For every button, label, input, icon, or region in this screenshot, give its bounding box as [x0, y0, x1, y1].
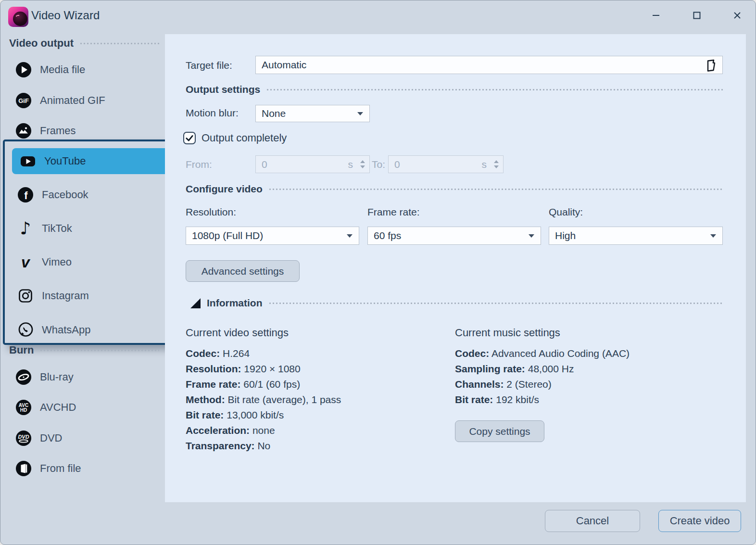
- youtube-icon: [19, 152, 37, 170]
- section-configure-video: Configure video: [186, 183, 723, 195]
- maximize-button[interactable]: [686, 4, 708, 26]
- motion-blur-dropdown[interactable]: None: [255, 105, 370, 122]
- app-logo-icon: [8, 7, 28, 27]
- sidebar-item-facebook[interactable]: f Facebook: [17, 185, 88, 204]
- spin-up-icon: [494, 160, 499, 163]
- quality-label: Quality:: [549, 205, 583, 219]
- resolution-dropdown[interactable]: 1080p (Full HD): [186, 227, 359, 245]
- dotted-divider: [267, 89, 723, 90]
- info-row: Codec: Advanced Audio Coding (AAC): [455, 346, 630, 361]
- section-video-output: Video output: [9, 37, 159, 50]
- title-bar: Video Wizard: [0, 0, 756, 34]
- motion-blur-label: Motion blur:: [186, 106, 239, 120]
- info-row: Method: Bit rate (average), 1 pass: [186, 392, 341, 407]
- sidebar-item-frames[interactable]: Frames: [15, 121, 76, 140]
- sidebar-item-avchd[interactable]: AVCHD AVCHD: [15, 398, 76, 417]
- svg-text:HD: HD: [20, 407, 27, 413]
- spinner-arrows[interactable]: [494, 156, 499, 173]
- info-row: Acceleration: none: [186, 423, 341, 438]
- spin-up-icon: [360, 160, 365, 163]
- minimize-button[interactable]: [645, 4, 667, 26]
- info-row: Codec: H.264: [186, 346, 341, 361]
- advanced-settings-button[interactable]: Advanced settings: [186, 260, 300, 282]
- info-row: Bit rate: 192 kbit/s: [455, 392, 630, 407]
- sidebar-item-youtube[interactable]: YouTube: [12, 148, 172, 174]
- from-spinbox[interactable]: 0 s: [255, 155, 370, 173]
- from-unit: s: [348, 159, 353, 170]
- collapse-triangle-icon[interactable]: [190, 298, 201, 308]
- info-row: Bit rate: 13,000 kbit/s: [186, 407, 341, 423]
- dvd-icon: DVD: [15, 430, 32, 447]
- spinner-arrows[interactable]: [360, 156, 365, 173]
- chevron-down-icon: [529, 234, 534, 238]
- window-title: Video Wizard: [31, 9, 100, 22]
- tiktok-icon: ♪: [17, 220, 34, 237]
- section-information: Information: [190, 297, 723, 309]
- play-circle-icon: [15, 61, 32, 78]
- to-spinbox[interactable]: 0 s: [388, 155, 504, 173]
- sidebar-item-bluray[interactable]: Blu-ray: [15, 368, 74, 387]
- instagram-icon: [17, 287, 34, 304]
- sidebar-item-whatsapp[interactable]: WhatsApp: [17, 320, 91, 340]
- sidebar-item-from-file[interactable]: From file: [15, 459, 81, 478]
- bluray-icon: [15, 368, 32, 386]
- gif-icon: GiF: [15, 92, 32, 109]
- to-unit: s: [482, 159, 487, 170]
- svg-text:DVD: DVD: [18, 434, 29, 440]
- music-settings-title: Current music settings: [455, 327, 560, 339]
- checkmark-icon: [185, 133, 194, 143]
- target-file-input[interactable]: Automatic: [255, 56, 723, 74]
- whatsapp-icon: [17, 321, 34, 339]
- spin-down-icon: [360, 165, 365, 168]
- to-label: To:: [372, 158, 385, 171]
- sidebar-item-dvd[interactable]: DVD DVD: [15, 429, 62, 448]
- chevron-down-icon: [357, 112, 363, 115]
- minimize-icon: [652, 11, 660, 20]
- sidebar-item-instagram[interactable]: Instagram: [17, 286, 89, 305]
- info-row: Channels: 2 (Stereo): [455, 377, 630, 392]
- info-row: Sampling rate: 48,000 Hz: [455, 361, 630, 377]
- output-completely-checkbox[interactable]: [183, 132, 196, 144]
- target-file-label: Target file:: [186, 59, 232, 72]
- sidebar-item-tiktok[interactable]: ♪ TikTok: [17, 219, 72, 238]
- browse-folder-icon[interactable]: [704, 59, 718, 72]
- maximize-icon: [693, 11, 701, 20]
- info-row: Resolution: 1920 × 1080: [186, 361, 341, 377]
- music-settings-list: Codec: Advanced Audio Coding (AAC) Sampl…: [455, 346, 630, 407]
- frames-icon: [15, 122, 32, 139]
- sidebar-item-vimeo[interactable]: v Vimeo: [17, 253, 72, 272]
- copy-settings-button[interactable]: Copy settings: [455, 420, 544, 442]
- close-icon: [733, 11, 742, 20]
- main-panel: Target file: Automatic Output settings M…: [165, 34, 746, 502]
- dotted-divider: [80, 43, 159, 44]
- facebook-icon: f: [17, 186, 34, 203]
- spin-down-icon: [494, 165, 499, 168]
- dotted-divider: [269, 189, 723, 190]
- frame-rate-label: Frame rate:: [367, 205, 420, 219]
- from-file-icon: [15, 460, 32, 477]
- sidebar-item-media-file[interactable]: Media file: [15, 60, 85, 79]
- frame-rate-dropdown[interactable]: 60 fps: [367, 227, 541, 245]
- dotted-divider: [269, 303, 723, 304]
- output-completely-label: Output completely: [202, 131, 287, 145]
- create-video-button[interactable]: Create video: [658, 510, 741, 532]
- sidebar-item-animated-gif[interactable]: GiF Animated GIF: [15, 91, 105, 110]
- chevron-down-icon: [710, 234, 716, 238]
- resolution-label: Resolution:: [186, 205, 236, 219]
- dotted-divider: [40, 350, 159, 351]
- app-window: Video Wizard Video output Media file GiF…: [0, 0, 756, 545]
- vimeo-icon: v: [17, 253, 34, 271]
- svg-text:GiF: GiF: [18, 97, 29, 104]
- close-button[interactable]: [726, 4, 748, 26]
- section-burn: Burn: [9, 344, 159, 356]
- quality-dropdown[interactable]: High: [549, 227, 723, 245]
- social-platforms-group: YouTube f Facebook ♪ TikTok v Vimeo Inst…: [3, 139, 177, 345]
- chevron-down-icon: [347, 234, 353, 238]
- from-label: From:: [186, 158, 212, 171]
- cancel-button[interactable]: Cancel: [545, 510, 640, 532]
- info-row: Transparency: No: [186, 438, 341, 454]
- section-output-settings: Output settings: [186, 83, 723, 96]
- video-settings-title: Current video settings: [186, 327, 289, 339]
- avchd-icon: AVCHD: [15, 399, 32, 416]
- svg-text:f: f: [24, 190, 28, 202]
